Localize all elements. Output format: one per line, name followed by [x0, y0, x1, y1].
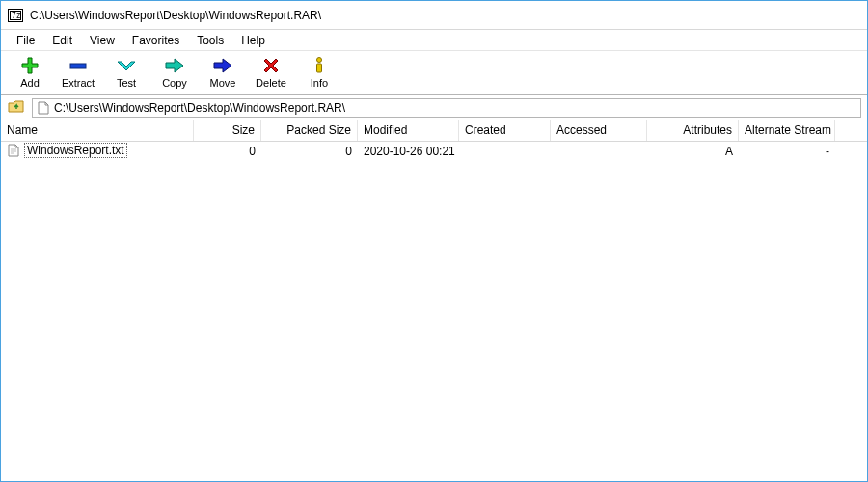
- folder-up-icon: [8, 98, 25, 117]
- table-row[interactable]: WindowsReport.txt 0 0 2020-10-26 00:21 A…: [1, 142, 867, 161]
- titlebar: 7z C:\Users\WindowsReport\Desktop\Window…: [1, 1, 867, 30]
- file-accessed: [551, 149, 647, 153]
- text-file-icon: [7, 144, 20, 157]
- window-title: C:\Users\WindowsReport\Desktop\WindowsRe…: [30, 9, 321, 22]
- copy-button[interactable]: Copy: [153, 54, 196, 94]
- menu-file[interactable]: File: [9, 32, 42, 49]
- path-text: C:\Users\WindowsReport\Desktop\WindowsRe…: [54, 101, 345, 115]
- file-modified: 2020-10-26 00:21: [358, 143, 459, 160]
- move-label: Move: [210, 77, 236, 89]
- svg-rect-3: [70, 64, 86, 68]
- file-created: [459, 149, 551, 153]
- info-icon: [308, 56, 331, 75]
- menu-tools[interactable]: Tools: [189, 32, 231, 49]
- pathbar: C:\Users\WindowsReport\Desktop\WindowsRe…: [1, 95, 867, 120]
- delete-label: Delete: [256, 77, 286, 89]
- col-altstream[interactable]: Alternate Stream: [739, 120, 835, 141]
- toolbar: Add Extract Test Copy: [1, 51, 867, 95]
- menu-favorites[interactable]: Favorites: [124, 32, 187, 49]
- file-packed: 0: [261, 143, 358, 160]
- app-icon: 7z: [7, 8, 24, 23]
- add-label: Add: [20, 77, 40, 89]
- column-headers: Name Size Packed Size Modified Created A…: [1, 120, 867, 142]
- plus-icon: [18, 56, 41, 75]
- menu-help[interactable]: Help: [233, 32, 273, 49]
- arrow-right-dark-icon: [211, 56, 234, 75]
- file-altstream: -: [739, 143, 835, 160]
- file-name: WindowsReport.txt: [24, 143, 127, 158]
- x-icon: [259, 56, 283, 75]
- extract-button[interactable]: Extract: [57, 54, 99, 94]
- col-modified[interactable]: Modified: [358, 120, 459, 141]
- arrow-right-icon: [163, 56, 186, 75]
- svg-point-4: [317, 57, 322, 62]
- col-size[interactable]: Size: [194, 120, 261, 141]
- svg-text:7z: 7z: [12, 12, 21, 20]
- menubar: File Edit View Favorites Tools Help: [1, 30, 867, 51]
- col-packed[interactable]: Packed Size: [261, 120, 358, 141]
- svg-rect-5: [317, 64, 322, 72]
- info-label: Info: [311, 77, 328, 89]
- file-icon: [37, 101, 50, 115]
- add-button[interactable]: Add: [9, 54, 51, 94]
- file-list[interactable]: Name Size Packed Size Modified Created A…: [1, 120, 867, 481]
- file-size: 0: [194, 143, 261, 160]
- check-icon: [115, 56, 138, 75]
- file-attributes: A: [647, 143, 739, 160]
- extract-label: Extract: [62, 77, 95, 89]
- menu-view[interactable]: View: [82, 32, 122, 49]
- col-accessed[interactable]: Accessed: [551, 120, 647, 141]
- minus-icon: [67, 56, 90, 75]
- menu-edit[interactable]: Edit: [44, 32, 80, 49]
- app-window: 7z C:\Users\WindowsReport\Desktop\Window…: [0, 0, 868, 482]
- test-button[interactable]: Test: [105, 54, 148, 94]
- copy-label: Copy: [162, 77, 187, 89]
- up-button[interactable]: [7, 98, 26, 118]
- info-button[interactable]: Info: [298, 54, 340, 94]
- path-input[interactable]: C:\Users\WindowsReport\Desktop\WindowsRe…: [32, 98, 861, 118]
- test-label: Test: [117, 77, 136, 89]
- col-created[interactable]: Created: [459, 120, 551, 141]
- col-attributes[interactable]: Attributes: [647, 120, 739, 141]
- col-name[interactable]: Name: [1, 120, 194, 141]
- move-button[interactable]: Move: [202, 54, 244, 94]
- delete-button[interactable]: Delete: [250, 54, 292, 94]
